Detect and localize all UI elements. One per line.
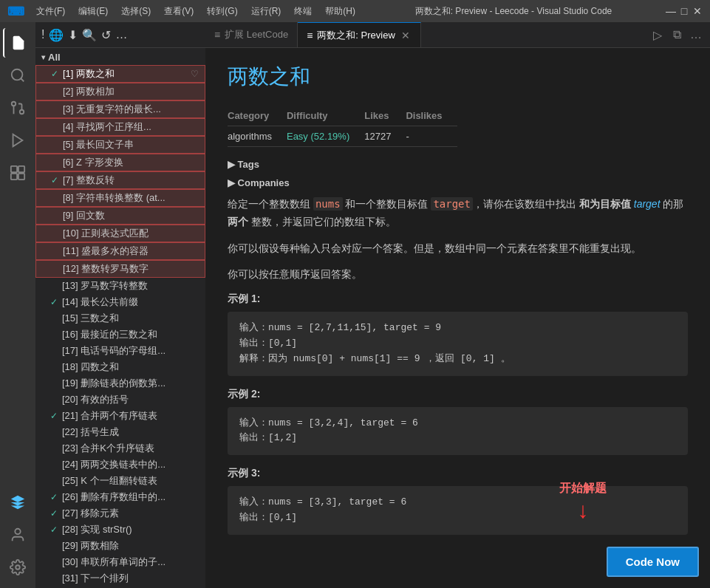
heart-icon[interactable]: ♡ [191,69,199,79]
tab-leetcode-ext[interactable]: ≡ 扩展 LeetCode [205,22,298,47]
code-now-button[interactable]: Code Now [607,547,699,577]
check-icon: ✓ [50,524,59,535]
header-icon-search[interactable]: 🔍 [82,28,97,42]
example-1-output: 输出：[0,1] [239,336,676,352]
menu-item-运行(R)[interactable]: 运行(R) [245,4,287,19]
list-item[interactable]: [2] 两数相加 [35,83,205,100]
list-item[interactable]: [19] 删除链表的倒数第... [35,375,205,392]
list-item[interactable]: ✓[14] 最长公共前缀 [35,294,205,310]
list-item[interactable]: [30] 串联所有单词的子... [35,554,205,570]
val-difficulty: Easy (52.19%) [287,126,364,147]
tags-header[interactable]: ▶ Tags [228,159,688,170]
header-icon-more[interactable]: … [115,28,127,41]
example-3-output: 输出：[0,1] [239,510,676,526]
list-item-label: [7] 整数反转 [63,174,115,187]
list-item-label: [23] 合并K个升序链表 [62,442,154,455]
svg-point-0 [12,69,23,81]
section-all[interactable]: ▾ All [35,49,205,65]
highlight-nums: nums [313,197,343,211]
menu-bar[interactable]: 文件(F)编辑(E)选择(S)查看(V)转到(G)运行(R)终端帮助(H) [30,4,361,19]
list-item[interactable]: [29] 两数相除 [35,538,205,554]
header-icon-refresh[interactable]: ↺ [101,28,111,42]
example-2-output: 输出：[1,2] [239,431,676,446]
activity-extensions[interactable] [3,158,33,188]
svg-point-3 [12,102,16,106]
list-item[interactable]: [18] 四数之和 [35,359,205,375]
svg-rect-8 [11,174,17,180]
list-item[interactable]: [15] 三数之和 [35,310,205,327]
list-item[interactable]: ✓[28] 实现 strStr() [35,522,205,538]
tab-preview[interactable]: ≡ 两数之和: Preview ✕ [298,22,421,47]
list-item[interactable]: [25] K 个一组翻转链表 [35,473,205,489]
list-item[interactable]: [16] 最接近的三数之和 [35,327,205,343]
list-item[interactable]: [3] 无重复字符的最长... [35,100,205,118]
list-item[interactable]: [22] 括号生成 [35,424,205,440]
list-item-label: [17] 电话号码的字母组... [62,344,165,358]
menu-item-终端[interactable]: 终端 [288,4,318,19]
minimize-button[interactable]: — [666,6,676,16]
split-action[interactable]: ⧉ [669,27,685,43]
list-item[interactable]: [4] 寻找两个正序组... [35,118,205,136]
companies-header[interactable]: ▶ Companies [228,177,688,188]
activity-debug[interactable] [3,126,33,155]
list-item[interactable]: [12] 整数转罗马数字 [35,260,205,278]
menu-item-查看(V)[interactable]: 查看(V) [158,4,199,19]
list-item[interactable]: [20] 有效的括号 [35,392,205,408]
window-controls[interactable]: — □ ✕ [666,6,703,16]
more-action[interactable]: … [688,27,704,43]
list-item[interactable]: [8] 字符串转换整数 (at... [35,189,205,207]
list-item[interactable]: [17] 电话号码的字母组... [35,343,205,359]
activity-explorer[interactable] [3,28,33,58]
list-item[interactable]: [13] 罗马数字转整数 [35,278,205,294]
header-icon-globe[interactable]: 🌐 [49,28,64,42]
preview-content: 两数之和 Category Difficulty Likes Dislikes … [205,48,710,588]
check-icon: ✓ [50,492,59,502]
tags-label: ▶ Tags [228,159,259,170]
menu-item-文件(F)[interactable]: 文件(F) [30,4,71,19]
activity-leetcode[interactable] [3,488,33,517]
list-item-label: [28] 实现 strStr() [62,523,132,536]
maximize-button[interactable]: □ [679,6,689,16]
list-item[interactable]: ✓[27] 移除元素 [35,505,205,522]
tab-close-button[interactable]: ✕ [400,29,412,42]
menu-item-选择(S)[interactable]: 选择(S) [115,4,157,19]
list-item[interactable]: [5] 最长回文子串 [35,136,205,154]
tab-icon-ext: ≡ [214,29,220,41]
example-1-block: 输入：nums = [2,7,11,15], target = 9 输出：[0,… [228,312,688,375]
list-item[interactable]: ✓[26] 删除有序数组中的... [35,489,205,505]
example-1-input: 输入：nums = [2,7,11,15], target = 9 [239,321,676,336]
list-item[interactable]: [24] 两两交换链表中的... [35,457,205,473]
run-action[interactable]: ▷ [649,27,666,43]
tab-icon-preview: ≡ [307,30,313,41]
header-icon-download[interactable]: ⬇ [68,28,78,42]
list-item[interactable]: ✓[21] 合并两个有序链表 [35,408,205,424]
editor-area: ≡ 扩展 LeetCode ≡ 两数之和: Preview ✕ ▷ ⧉ … 两数… [205,22,710,588]
list-item[interactable]: [11] 盛最多水的容器 [35,242,205,260]
activity-search[interactable] [3,61,33,90]
list-item[interactable]: ✓[7] 整数反转 [35,171,205,189]
window-title: 两数之和: Preview - Leecode - Visual Studio … [361,5,666,18]
example-3-block: 输入：nums = [3,3], target = 6 输出：[0,1] [228,486,688,535]
list-item[interactable]: [9] 回文数 [35,207,205,225]
list-item-label: [27] 移除元素 [62,507,119,520]
col-difficulty: Difficulty [287,106,364,126]
problem-title: 两数之和 [228,63,688,91]
activity-settings[interactable] [3,553,33,582]
list-item[interactable]: [6] Z 字形变换 [35,154,205,171]
menu-item-转到(G)[interactable]: 转到(G) [201,4,243,19]
menu-item-帮助(H)[interactable]: 帮助(H) [319,4,361,19]
list-item[interactable]: [31] 下一个排列 [35,570,205,587]
activity-source-control[interactable] [3,93,33,123]
activity-bar-bottom [3,488,33,582]
list-item[interactable]: ✓[1] 两数之和♡ [35,65,205,83]
val-category: algorithms [228,126,287,147]
list-item[interactable]: [23] 合并K个升序链表 [35,440,205,457]
activity-account[interactable] [3,520,33,550]
menu-item-编辑(E)[interactable]: 编辑(E) [72,4,114,19]
header-icon-exclaim[interactable]: ! [41,28,44,41]
list-item[interactable]: [10] 正则表达式匹配 [35,225,205,242]
svg-point-11 [16,565,20,570]
list-item-label: [30] 串联所有单词的子... [62,555,165,569]
problem-list: ▾ All ✓[1] 两数之和♡[2] 两数相加[3] 无重复字符的最长...[… [35,48,205,588]
close-button[interactable]: ✕ [692,6,703,16]
